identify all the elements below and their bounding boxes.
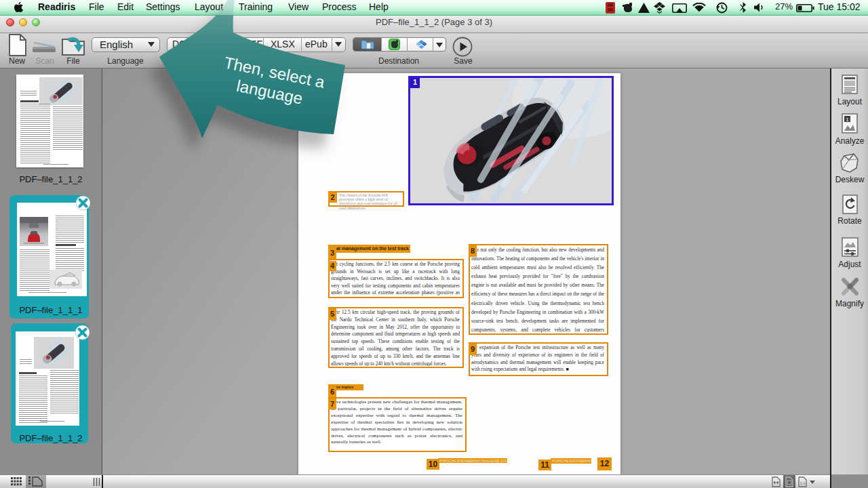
svg-text:1: 1 — [846, 117, 849, 123]
svg-text:1:1: 1:1 — [800, 481, 806, 485]
